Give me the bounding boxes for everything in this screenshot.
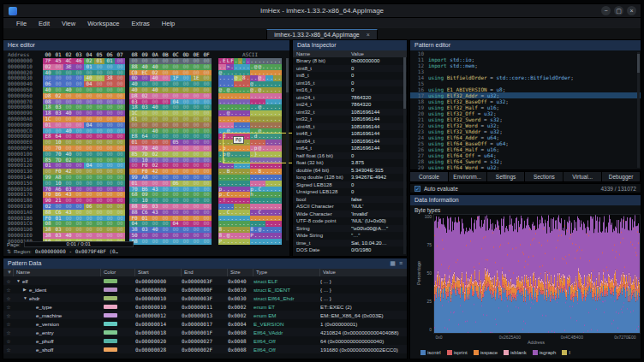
menu-view[interactable]: View xyxy=(56,20,81,27)
pattern-row-e_version[interactable]: ☆e_version0x000000140x000000170x0004E_VE… xyxy=(3,319,407,328)
inspector-scrollbar[interactable] xyxy=(403,57,406,254)
hex-editor-header[interactable]: Hex editor xyxy=(3,40,289,50)
tab-virtual[interactable]: Virtual... xyxy=(564,172,602,181)
inspector-row[interactable]: Binary (8 bit)0b00000000 xyxy=(293,57,407,65)
menu-edit[interactable]: Edit xyxy=(33,20,56,27)
favorite-icon[interactable]: ☆ xyxy=(3,312,14,318)
code-line[interactable]: 29using Elf64_Word = u32; xyxy=(410,164,641,169)
pattern-row-e_shoff[interactable]: ☆e_shoff0x000000280x0000002F0x0008Elf64_… xyxy=(3,345,407,353)
code-line[interactable]: 17using Elf32_Addr = u32; xyxy=(410,92,641,98)
tab-debugger[interactable]: Debugger xyxy=(602,172,641,181)
code-line[interactable]: 10 xyxy=(410,50,641,56)
ascii-char[interactable]: . xyxy=(277,221,282,227)
tab-close-icon[interactable]: × xyxy=(367,32,370,38)
table-icon[interactable]: ▦ xyxy=(390,258,396,269)
pattern-row-e_machine[interactable]: ☆e_machine0x000000120x000000130x0002enum… xyxy=(3,311,407,319)
inspector-row[interactable]: int24_t7864320 xyxy=(293,101,407,109)
tab-settings[interactable]: Settings xyxy=(487,172,526,181)
inspector-row[interactable]: float (32 bit)3.875 xyxy=(293,159,407,167)
inspector-row[interactable]: ASCII Character'NUL' xyxy=(293,203,407,211)
inspector-row[interactable]: UTF-8 code point'NUL' (U+0x00) xyxy=(293,217,407,225)
inspector-col-name[interactable]: Name xyxy=(293,51,351,56)
menu-extras[interactable]: Extras xyxy=(126,20,156,27)
expander-icon[interactable]: ▼ xyxy=(23,295,29,300)
ascii-char[interactable]: . xyxy=(277,157,282,163)
ascii-char[interactable]: . xyxy=(277,216,282,222)
favorite-icon[interactable]: ☆ xyxy=(3,329,14,335)
menu-help[interactable]: Help xyxy=(156,20,181,27)
ascii-char[interactable]: . xyxy=(277,70,282,76)
pattern-editor-scrollbar[interactable] xyxy=(637,52,640,168)
col-color[interactable]: Color xyxy=(101,269,135,276)
inspector-row[interactable]: double (64 bit)5.34304E-315 xyxy=(293,167,407,175)
inspector-row[interactable]: boolfalse xyxy=(293,196,407,204)
code-line[interactable]: 24using Elf64_Addr = u64; xyxy=(410,134,641,140)
ascii-char[interactable]: . xyxy=(277,122,282,128)
legend-isprint[interactable]: isprint xyxy=(447,350,468,355)
expander-icon[interactable]: ▼ xyxy=(16,278,22,283)
code-line[interactable]: 15 xyxy=(410,80,641,86)
pattern-row-elf[interactable]: ☆▼elf0x000000000x0000003F0x0040struct EL… xyxy=(3,276,407,285)
code-line[interactable]: 13 xyxy=(410,68,641,74)
code-line[interactable]: 23using Elf32_VAddr = u32; xyxy=(410,128,641,134)
code-line[interactable]: 28using Elf64_Sword = s32; xyxy=(410,158,641,164)
inspector-row[interactable]: int8_t0 xyxy=(293,72,407,80)
ascii-char[interactable]: . xyxy=(277,87,282,93)
inspector-row[interactable]: uint32_t1081696144 xyxy=(293,109,407,116)
ascii-char[interactable]: . xyxy=(277,204,282,210)
ascii-char[interactable]: . xyxy=(277,210,282,216)
legend-isspace[interactable]: isspace xyxy=(474,350,498,355)
inspector-row[interactable]: half float (16 bit)0 xyxy=(293,152,407,160)
inspector-row[interactable]: uint16_t0 xyxy=(293,80,407,87)
inspector-row[interactable]: Signed LEB1280 xyxy=(293,181,407,189)
menu-workspace[interactable]: Workspace xyxy=(81,20,125,27)
pattern-data-header[interactable]: Pattern Data ▦ ≡ xyxy=(3,258,407,269)
favorite-icon[interactable]: ☆ xyxy=(3,278,14,284)
ascii-char[interactable]: . xyxy=(277,175,282,181)
tab-sections[interactable]: Sections xyxy=(525,172,564,181)
data-inspector-header[interactable]: Data Inspector xyxy=(293,40,407,50)
col-name[interactable]: Name xyxy=(14,269,101,276)
favorite-icon[interactable]: ☆ xyxy=(3,321,14,327)
hex-scrollbar[interactable] xyxy=(286,58,289,240)
col-size[interactable]: Size xyxy=(228,269,253,276)
ascii-char[interactable]: . xyxy=(277,58,282,64)
code-line[interactable]: 14using BitfieldOrder = std::core::Bitfi… xyxy=(410,74,641,80)
legend-iscntrl[interactable]: iscntrl xyxy=(420,350,441,355)
pattern-row-ehdr[interactable]: ☆▼ehdr0x000000100x0000003F0x0030struct E… xyxy=(3,294,407,302)
inspector-col-value[interactable]: Value xyxy=(351,51,364,56)
menu-icon[interactable]: ≡ xyxy=(399,258,402,269)
ascii-char[interactable]: . xyxy=(277,128,282,134)
col-end[interactable]: End xyxy=(182,269,228,276)
code-line[interactable]: 20using Elf32_Off = u32; xyxy=(410,110,641,116)
inspector-row[interactable]: long double (128 bit)3.94267E-4942 xyxy=(293,174,407,181)
data-information-header[interactable]: Data Information xyxy=(410,195,641,205)
tab-console[interactable]: Console xyxy=(410,172,449,181)
ascii-char[interactable]: . xyxy=(277,104,282,110)
legend-isblank[interactable]: isblank xyxy=(504,350,527,355)
pattern-editor-header[interactable]: Pattern editor xyxy=(410,40,641,50)
ascii-char[interactable]: . xyxy=(277,134,282,139)
ascii-char[interactable]: . xyxy=(277,99,282,105)
filter-icon[interactable]: ▼ xyxy=(3,269,14,276)
favorite-icon[interactable]: ☆ xyxy=(3,295,14,301)
pattern-row-e_entry[interactable]: ☆e_entry0x000000180x0000001F0x0008Elf64_… xyxy=(3,328,407,336)
ascii-char[interactable]: . xyxy=(277,187,282,193)
ascii-char[interactable]: . xyxy=(277,233,282,239)
code-line[interactable]: 25using Elf64_BaseOff = u64; xyxy=(410,140,641,146)
pattern-code[interactable]: 1011import std::io;12import std::mem;131… xyxy=(410,50,641,169)
tab-environm[interactable]: Environm... xyxy=(449,172,487,181)
pattern-row-e_ident[interactable]: ☆▶e_ident0x000000000x0000000F0x0010struc… xyxy=(3,285,407,294)
menu-file[interactable]: File xyxy=(10,20,33,27)
ascii-char[interactable]: . xyxy=(277,181,282,187)
code-line[interactable]: 18using Elf32_BaseOff = u32; xyxy=(410,98,641,104)
inspector-row[interactable]: uint8_t0 xyxy=(293,65,407,73)
favorite-icon[interactable]: ☆ xyxy=(3,287,14,293)
inspector-row[interactable]: int32_t1081696144 xyxy=(293,116,407,123)
code-line[interactable]: 19using Elf32_Half = u16; xyxy=(410,104,641,110)
code-line[interactable]: 11import std::io; xyxy=(410,56,641,62)
region-icon[interactable]: ⇅ xyxy=(7,248,11,254)
inspector-row[interactable]: DOS Date0/0/1980 xyxy=(293,246,407,254)
inspector-row[interactable]: time_tSat, 10.04.20… xyxy=(293,240,407,247)
code-line[interactable]: 16using E1_ABIVERSION = u8; xyxy=(410,86,641,92)
